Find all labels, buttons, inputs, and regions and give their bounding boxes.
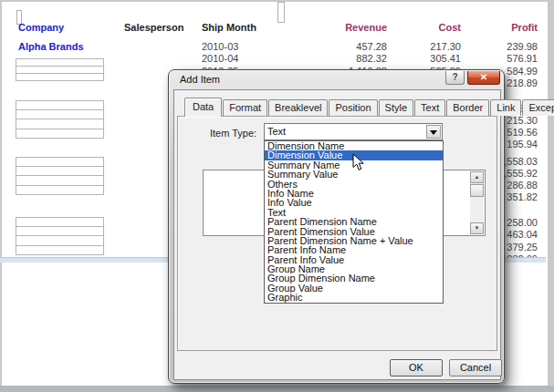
- column-header-profit: Profit: [456, 22, 538, 33]
- tab-breaklevel[interactable]: Breaklevel: [268, 99, 328, 116]
- dropdown-item[interactable]: Parent Info Name: [265, 245, 443, 254]
- dialog-title: Add Item: [180, 74, 220, 85]
- item-type-combobox[interactable]: Text: [264, 123, 443, 140]
- help-icon: ?: [452, 72, 457, 82]
- combobox-dropdown-button[interactable]: [426, 125, 441, 139]
- chevron-down-icon: [430, 130, 437, 139]
- listbox-scrollbar[interactable]: ▲ ▼: [470, 171, 484, 234]
- close-button[interactable]: ✕: [467, 71, 500, 85]
- tab-data[interactable]: Data: [184, 98, 222, 117]
- dropdown-item[interactable]: Group Name: [265, 264, 443, 273]
- tab-position[interactable]: Position: [329, 99, 377, 116]
- help-button[interactable]: ?: [445, 71, 465, 85]
- dropdown-item[interactable]: Graphic: [265, 293, 443, 302]
- tab-style[interactable]: Style: [379, 99, 413, 116]
- window-right-edge: [548, 0, 554, 392]
- tab-strip: DataFormatBreaklevelPositionStyleTextBor…: [184, 97, 554, 117]
- dropdown-item[interactable]: Parent Dimension Name + Value: [265, 236, 443, 245]
- column-header-revenue: Revenue: [294, 22, 387, 33]
- scrollbar-thumb[interactable]: [470, 184, 484, 197]
- dropdown-item[interactable]: Group Dimension Name: [265, 273, 443, 283]
- window-bottom-edge: [0, 386, 554, 392]
- item-type-value: Text: [267, 126, 286, 137]
- cost-cell: 217.30: [394, 41, 461, 53]
- column-header-salesperson: Salesperson: [124, 22, 183, 33]
- tab-border[interactable]: Border: [446, 99, 489, 116]
- mouse-cursor-icon: [352, 153, 365, 174]
- scroll-down-button[interactable]: ▼: [470, 222, 484, 234]
- column-header-cost: Cost: [394, 22, 461, 33]
- dropdown-item[interactable]: Dimension Name: [265, 141, 443, 150]
- cancel-button[interactable]: Cancel: [449, 359, 502, 377]
- tab-exception[interactable]: Exception: [522, 99, 554, 116]
- ship-month-cell: 2010-03: [202, 41, 238, 53]
- dropdown-item[interactable]: Group Value: [265, 284, 443, 293]
- add-item-dialog: Add Item ? ✕ DataFormatBreaklevelPositio…: [168, 69, 505, 384]
- tab-text[interactable]: Text: [414, 99, 445, 116]
- cost-cell: 305.41: [394, 53, 461, 65]
- dropdown-item[interactable]: Parent Dimension Name: [265, 217, 443, 226]
- column-header-ship-month: Ship Month: [202, 22, 256, 33]
- dropdown-item[interactable]: Parent Dimension Value: [265, 227, 443, 236]
- table-row: 2010-03457.28217.30239.98: [2, 41, 548, 53]
- profit-cell: 239.98: [456, 41, 538, 53]
- revenue-cell: 457.28: [294, 41, 387, 53]
- column-header-company[interactable]: Company: [18, 22, 64, 33]
- dropdown-item[interactable]: Parent Info Value: [265, 255, 443, 264]
- empty-company-cell[interactable]: [16, 73, 104, 81]
- scroll-down-icon: ▼: [475, 225, 480, 231]
- scroll-up-button[interactable]: ▲: [470, 171, 484, 183]
- app-window: Company Salesperson Ship Month Revenue C…: [0, 0, 554, 392]
- dropdown-item[interactable]: Text: [265, 208, 443, 217]
- revenue-cell: 882.32: [294, 53, 387, 65]
- dropdown-item[interactable]: Info Value: [265, 198, 443, 207]
- dialog-client-area: DataFormatBreaklevelPositionStyleTextBor…: [173, 89, 501, 380]
- dropdown-item[interactable]: Others: [265, 180, 443, 189]
- empty-company-cell[interactable]: [16, 129, 104, 139]
- ok-button[interactable]: OK: [390, 359, 443, 377]
- empty-company-cell[interactable]: [16, 185, 104, 195]
- tab-format[interactable]: Format: [223, 99, 267, 116]
- dropdown-item[interactable]: Info Name: [265, 189, 443, 198]
- report-column-marker: [277, 2, 285, 23]
- item-type-label: Item Type:: [210, 128, 256, 139]
- scroll-up-icon: ▲: [475, 174, 480, 180]
- profit-cell: 576.91: [456, 53, 538, 65]
- ship-month-cell: 2010-04: [202, 53, 238, 65]
- empty-company-cell[interactable]: [16, 245, 104, 255]
- close-icon: ✕: [480, 72, 487, 82]
- tab-link[interactable]: Link: [490, 99, 521, 116]
